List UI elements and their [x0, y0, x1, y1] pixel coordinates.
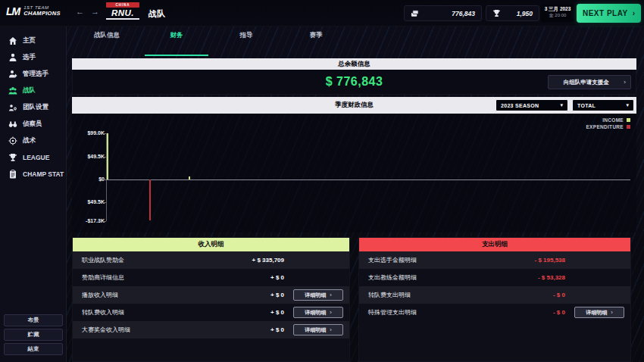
chart-bar-income — [107, 133, 108, 179]
season-dropdown-value: 2023 SEASON — [501, 103, 539, 108]
chart-bar-income — [189, 176, 190, 179]
detail-button-label: 详细明细 — [305, 292, 326, 299]
sidebar-item-tactics[interactable]: 战术 — [0, 133, 66, 149]
detail-button[interactable]: 详细明细› — [293, 307, 343, 318]
row-value: + $ 0 — [224, 274, 284, 281]
balance-header: 总余额信息 — [72, 58, 636, 70]
end-button[interactable]: 結束 — [4, 343, 63, 355]
team-logo-underline — [106, 18, 139, 20]
table-row: 特殊管理支出明细 - $ 0 详细明细› — [359, 304, 630, 321]
row-value: - $ 0 — [505, 309, 565, 316]
row-label: 特殊管理支出明细 — [368, 308, 505, 317]
season-dropdown[interactable]: 2023 SEASON ▾ — [496, 99, 568, 111]
chart-plot: $99.0K $49.5K $0 $49.5K -$17.3K — [106, 129, 630, 223]
trophy-icon — [8, 153, 17, 162]
row-value: + $ 0 — [224, 309, 284, 316]
balance-section: 总余额信息 $ 776,843 向组队申请支援金 › — [72, 58, 636, 95]
row-label: 职业战队赞助金 — [82, 256, 224, 264]
binoculars-icon — [8, 120, 17, 129]
chart-area: INCOME EXPENDITURE $99.0K $49.5K $0 $49.… — [72, 114, 636, 232]
row-label: 支出选手金额明细 — [368, 256, 505, 264]
sidebar-item-label: 战术 — [23, 136, 36, 145]
sidebar-item-label: 侦察员 — [23, 120, 42, 129]
sidebar-item-team-settings[interactable]: 团队设置 — [0, 99, 66, 116]
sidebar-item-champ-stat[interactable]: CHAMP STAT — [0, 166, 66, 183]
sidebar-item-home[interactable]: 主页 — [0, 33, 66, 49]
detail-button[interactable]: 详细明细› — [293, 324, 343, 335]
y-tick-mark — [103, 202, 106, 203]
detail-button-label: 详细明细 — [586, 309, 607, 317]
next-play-button[interactable]: NEXT PLAY › — [577, 4, 641, 23]
detail-button-label: 详细明细 — [305, 326, 326, 334]
tab-bar: 战队信息 财务 指导 赛季 — [72, 27, 351, 45]
sidebar-item-scout[interactable]: 侦察员 — [0, 116, 66, 133]
clipboard-icon — [8, 170, 17, 179]
scene-button[interactable]: 布景 — [4, 314, 63, 326]
chevron-right-icon: › — [330, 326, 332, 333]
table-row: 职业战队赞助金 + $ 335,709 — [73, 251, 349, 269]
tab-team-info[interactable]: 战队信息 — [72, 27, 142, 45]
chart-bar-expenditure — [149, 179, 151, 220]
trophy-icon — [492, 9, 501, 17]
team-logo-name: RNU. — [105, 8, 141, 17]
table-row: 大赛奖金收入明细 + $ 0 详细明细› — [73, 321, 349, 339]
chevron-down-icon: ▾ — [554, 102, 563, 108]
team-settings-icon — [8, 103, 17, 112]
row-value: - $ 0 — [505, 292, 565, 298]
token-resource-pill: 1,950 — [486, 5, 539, 21]
chevron-right-icon: › — [624, 79, 626, 86]
row-label: 支出教练金额明细 — [368, 273, 505, 282]
back-arrow-icon[interactable]: ← — [76, 7, 84, 16]
sidebar-item-league[interactable]: LEAGUE — [0, 149, 66, 166]
expenditure-table-header: 支出明细 — [359, 238, 630, 251]
table-row: 转队费支出明细 - $ 0 — [359, 286, 630, 304]
income-table: 收入明细 职业战队赞助金 + $ 335,709 赞助商详细信息 + $ 0 播… — [72, 237, 350, 362]
row-label: 转队费收入明细 — [82, 308, 224, 317]
finance-chart-title: 季度财政信息 — [335, 101, 374, 110]
row-label: 转队费支出明细 — [368, 291, 505, 299]
detail-button-label: 详细明细 — [305, 309, 326, 317]
page-title: 战队 — [148, 8, 165, 20]
next-play-label: NEXT PLAY — [583, 9, 628, 17]
sidebar-item-players[interactable]: 选手 — [0, 49, 66, 66]
row-value: + $ 0 — [224, 292, 284, 298]
expenditure-table: 支出明细 支出选手金额明细 - $ 195,538 支出教练金额明细 - $ 5… — [358, 237, 631, 362]
detail-button[interactable]: 详细明细› — [574, 307, 624, 318]
money-resource-pill: 776,843 — [404, 5, 482, 21]
table-row: 播放收入明细 + $ 0 详细明细› — [73, 286, 349, 304]
y-tick-label: $99.0K — [74, 130, 105, 136]
row-label: 赞助商详细信息 — [82, 273, 224, 282]
request-support-label: 向组队申请支援金 — [549, 79, 624, 86]
top-bar: LM 1ST TEAM CHAMPIONS ← → CHINA RNU. 战队 … — [0, 0, 644, 27]
forward-arrow-icon[interactable]: → — [91, 7, 99, 16]
sidebar-item-manage-players[interactable]: 管理选手 — [0, 66, 66, 83]
scope-dropdown[interactable]: TOTAL ▾ — [572, 99, 634, 111]
chevron-right-icon: › — [633, 9, 635, 17]
tactics-icon — [8, 136, 17, 145]
sidebar-item-label: 团队设置 — [23, 103, 48, 112]
storage-button[interactable]: 贮藏 — [4, 329, 63, 341]
sidebar-item-label: 选手 — [23, 53, 36, 62]
detail-button[interactable]: 详细明细› — [293, 289, 343, 301]
tab-season[interactable]: 赛季 — [281, 27, 351, 45]
sidebar-item-label: LEAGUE — [23, 154, 49, 161]
app-logo: LM 1ST TEAM CHAMPIONS — [6, 5, 61, 17]
player-icon — [8, 53, 17, 62]
row-label: 大赛奖金收入明细 — [82, 326, 224, 334]
token-value: 1,950 — [517, 10, 533, 17]
chevron-right-icon: › — [330, 309, 332, 316]
y-tick-mark — [103, 221, 106, 222]
income-table-header: 收入明细 — [73, 238, 349, 251]
row-value: + $ 0 — [224, 326, 284, 333]
request-support-button[interactable]: 向组队申请支援金 › — [548, 75, 631, 89]
table-row: 转队费收入明细 + $ 0 详细明细› — [73, 304, 349, 321]
manage-players-icon — [8, 70, 17, 79]
sidebar-item-team[interactable]: 战队 — [0, 83, 66, 99]
tab-coaching[interactable]: 指导 — [211, 27, 281, 45]
legend-income-swatch — [627, 118, 630, 122]
y-tick-label: $0 — [74, 176, 105, 182]
tab-finance[interactable]: 财务 — [142, 27, 211, 45]
sidebar-item-label: CHAMP STAT — [23, 170, 64, 178]
finance-chart-section: 季度财政信息 2023 SEASON ▾ TOTAL ▾ INCOME — [72, 97, 636, 232]
team-icon — [8, 86, 17, 95]
